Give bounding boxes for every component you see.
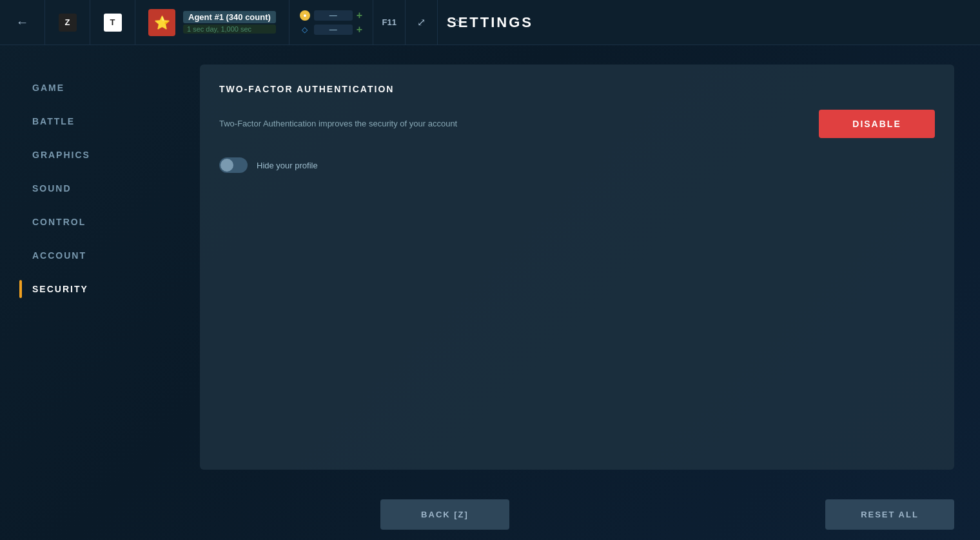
- topbar-left: ← Z T ⭐ Agent #1 (340 count) 1 sec day, …: [0, 0, 289, 45]
- blue-icon: ◇: [300, 25, 310, 35]
- sidebar-label-sound: SOUND: [32, 183, 72, 194]
- section-title: TWO-FACTOR AUTHENTICATION: [219, 84, 935, 94]
- expand-button[interactable]: ⤢: [405, 0, 437, 45]
- topbar: ← Z T ⭐ Agent #1 (340 count) 1 sec day, …: [0, 0, 980, 45]
- t-badge: T: [104, 14, 122, 32]
- sidebar-label-battle: BATTLE: [32, 116, 75, 126]
- content-panel: TWO-FACTOR AUTHENTICATION Two-Factor Aut…: [181, 45, 980, 489]
- hide-profile-toggle[interactable]: [219, 157, 248, 173]
- profile-info: Agent #1 (340 count) 1 sec day, 1,000 se…: [183, 11, 276, 34]
- dots-button[interactable]: Z: [45, 0, 90, 45]
- back-icon: ←: [16, 15, 29, 30]
- disable-button[interactable]: DISABLE: [819, 110, 935, 138]
- bottom-bar: BACK [Z] RESET ALL: [181, 489, 980, 540]
- t-button[interactable]: T: [90, 0, 135, 45]
- sidebar-item-graphics[interactable]: GRAPHICS: [0, 138, 181, 172]
- gold-add-button[interactable]: +: [357, 10, 362, 21]
- blue-add-button[interactable]: +: [357, 24, 362, 35]
- expand-icon: ⤢: [417, 16, 426, 28]
- avatar: ⭐: [148, 9, 175, 36]
- toggle-knob: [220, 159, 233, 172]
- profile-sub: 1 sec day, 1,000 sec: [183, 25, 276, 34]
- gold-value: —: [314, 10, 353, 21]
- z-badge: Z: [59, 14, 77, 32]
- sidebar-item-game[interactable]: GAME: [0, 71, 181, 105]
- reset-all-button[interactable]: RESET ALL: [825, 499, 954, 530]
- sidebar-item-account[interactable]: ACCOUNT: [0, 239, 181, 272]
- sidebar-label-game: GAME: [32, 83, 64, 93]
- settings-card: TWO-FACTOR AUTHENTICATION Two-Factor Aut…: [200, 65, 954, 470]
- content-area: TWO-FACTOR AUTHENTICATION Two-Factor Aut…: [181, 45, 980, 540]
- section-description: Two-Factor Authentication improves the s…: [219, 117, 457, 130]
- tfa-section-row: Two-Factor Authentication improves the s…: [219, 110, 935, 138]
- gold-icon: ●: [300, 10, 310, 21]
- sidebar-label-graphics: GRAPHICS: [32, 150, 90, 160]
- back-button-bottom[interactable]: BACK [Z]: [380, 499, 509, 530]
- blue-value: —: [314, 25, 353, 35]
- toggle-label: Hide your profile: [257, 161, 318, 170]
- currency-section: ● — + ◇ — +: [289, 5, 373, 41]
- page-title: SETTINGS: [447, 14, 533, 31]
- blue-currency-row: ◇ — +: [300, 24, 362, 35]
- sidebar: GAME BATTLE GRAPHICS SOUND CONTROL ACCOU…: [0, 45, 181, 540]
- main-content: GAME BATTLE GRAPHICS SOUND CONTROL ACCOU…: [0, 45, 980, 540]
- sidebar-item-security[interactable]: SECURITY: [0, 272, 181, 306]
- profile-name: Agent #1 (340 count): [183, 11, 276, 23]
- gold-currency-row: ● — +: [300, 10, 362, 21]
- sidebar-item-sound[interactable]: SOUND: [0, 172, 181, 205]
- sidebar-label-control: CONTROL: [32, 217, 86, 227]
- back-button[interactable]: ←: [0, 0, 45, 45]
- f11-button[interactable]: F11: [373, 0, 405, 45]
- sidebar-label-security: SECURITY: [32, 284, 88, 294]
- sidebar-item-control[interactable]: CONTROL: [0, 205, 181, 239]
- sidebar-label-account: ACCOUNT: [32, 250, 86, 261]
- sidebar-item-battle[interactable]: BATTLE: [0, 105, 181, 138]
- hide-profile-row: Hide your profile: [219, 157, 935, 173]
- profile-section[interactable]: ⭐ Agent #1 (340 count) 1 sec day, 1,000 …: [135, 0, 289, 45]
